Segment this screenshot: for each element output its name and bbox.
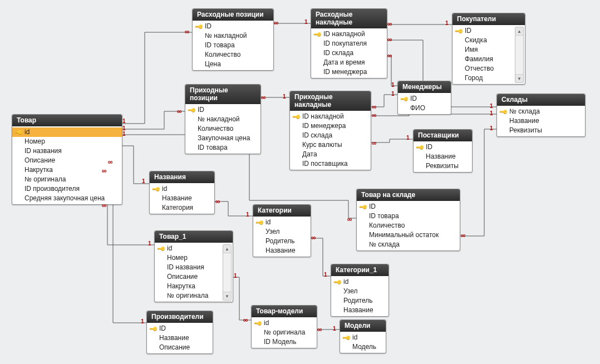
column-row[interactable]: № накладной (185, 115, 260, 124)
column-row[interactable]: ID склада (311, 48, 387, 58)
column-row[interactable]: Название (253, 246, 311, 255)
column-row[interactable]: 🔑ID накладной (290, 112, 371, 121)
column-row[interactable]: 🔑id (252, 318, 317, 328)
column-row[interactable]: Описание (155, 272, 224, 282)
scrollbar[interactable]: ▲▼ (515, 27, 524, 83)
column-row[interactable]: Количество (193, 50, 273, 60)
table-header[interactable]: Расходные позиции (193, 9, 273, 21)
column-row[interactable]: № накладной (193, 31, 273, 41)
column-row[interactable]: Закупочная цена (185, 134, 260, 143)
column-row[interactable]: ID названия (155, 263, 224, 272)
column-row[interactable]: Описание (147, 343, 213, 352)
table-header[interactable]: Производители (147, 311, 213, 323)
table-header[interactable]: Товар-модели (252, 306, 317, 317)
column-row[interactable]: ID покупателя (311, 39, 387, 48)
column-row[interactable]: 🔑id (12, 127, 122, 137)
column-row[interactable]: № оригинала (155, 291, 224, 301)
column-row[interactable]: Город (453, 73, 516, 83)
column-row[interactable]: Накрутка (12, 165, 122, 175)
column-row[interactable]: Минимальный остаток (357, 230, 460, 240)
column-row[interactable]: Дата и время (311, 58, 387, 67)
table-prih_nak[interactable]: Приходные накладные🔑ID накладнойID менед… (289, 91, 371, 170)
column-row[interactable]: 🔑ID (193, 22, 273, 31)
column-row[interactable]: Название (497, 116, 585, 126)
scroll-up-icon[interactable]: ▲ (515, 27, 523, 36)
table-header[interactable]: Категории_1 (331, 264, 388, 276)
column-row[interactable]: 🔑ID (453, 26, 516, 36)
column-row[interactable]: ID названия (12, 146, 122, 156)
column-row[interactable]: Название (331, 306, 388, 315)
table-header[interactable]: Товар на складе (357, 189, 460, 201)
table-header[interactable]: Товар_1 (155, 231, 233, 243)
column-row[interactable]: ID склада (290, 131, 371, 140)
table-header[interactable]: Товар (12, 115, 122, 126)
column-row[interactable]: Накрутка (155, 282, 224, 291)
column-row[interactable]: ID производителя (12, 184, 122, 194)
column-row[interactable]: 🔑№ склада (497, 107, 585, 116)
column-row[interactable]: 🔑id (331, 277, 388, 287)
column-row[interactable]: 🔑ID (147, 324, 213, 333)
column-row[interactable]: Реквизиты (414, 161, 472, 171)
column-row[interactable]: Номер (155, 253, 224, 263)
table-nazv[interactable]: Названия🔑idНазваниеКатегория (149, 171, 215, 214)
column-row[interactable]: Дата (290, 150, 371, 159)
column-row[interactable]: Родитель (331, 296, 388, 306)
column-row[interactable]: Категория (150, 203, 214, 213)
column-row[interactable]: 🔑ID (414, 142, 472, 152)
table-header[interactable]: Склады (497, 94, 585, 106)
table-proizv[interactable]: Производители🔑IDНазваниеОписание (146, 311, 213, 354)
column-row[interactable]: ID товара (193, 41, 273, 50)
table-header[interactable]: Поставщики (414, 130, 472, 141)
table-tovsklad[interactable]: Товар на складе🔑IDID товараКоличествоМин… (356, 189, 460, 251)
column-row[interactable]: ФИО (398, 104, 451, 113)
column-row[interactable]: ID Модель (252, 337, 317, 347)
table-modeli[interactable]: Модели🔑idМодель (340, 319, 386, 353)
column-row[interactable]: Название (150, 194, 214, 203)
column-row[interactable]: № склада (357, 240, 460, 249)
column-row[interactable]: № оригинала (252, 328, 317, 337)
table-kateg[interactable]: Категории🔑idУзелРодительНазвание (253, 204, 311, 257)
column-row[interactable]: Количество (357, 221, 460, 230)
scroll-down-icon[interactable]: ▼ (223, 292, 231, 300)
table-postav[interactable]: Поставщики🔑IDНазваниеРеквизиты (413, 129, 473, 173)
column-row[interactable]: Отчество (453, 64, 516, 73)
column-row[interactable]: Средняя закупочная цена (12, 194, 122, 203)
column-row[interactable]: Имя (453, 45, 516, 55)
table-header[interactable]: Приходные позиции (185, 85, 260, 104)
column-row[interactable]: 🔑id (155, 244, 224, 253)
column-row[interactable]: 🔑ID (185, 105, 260, 115)
column-row[interactable]: Название (147, 333, 213, 343)
column-row[interactable]: Курс валюты (290, 140, 371, 150)
table-rash_poz[interactable]: Расходные позиции🔑ID№ накладнойID товара… (192, 8, 274, 71)
table-prih_poz[interactable]: Приходные позиции🔑ID№ накладнойКоличеств… (185, 84, 261, 154)
column-row[interactable]: 🔑ID (357, 202, 460, 211)
scroll-down-icon[interactable]: ▼ (515, 74, 523, 82)
column-row[interactable]: ID товара (185, 143, 260, 153)
table-header[interactable]: Покупатели (453, 13, 525, 25)
table-header[interactable]: Расходные накладные (311, 9, 387, 28)
table-sklady[interactable]: Склады🔑№ складаНазваниеРеквизиты (496, 94, 586, 137)
column-row[interactable]: ID менеджера (311, 67, 387, 77)
table-header[interactable]: Модели (340, 320, 386, 332)
column-row[interactable]: Родитель (253, 237, 311, 246)
column-row[interactable]: Фамилия (453, 55, 516, 64)
column-row[interactable]: Название (414, 152, 472, 161)
table-managers[interactable]: Менеджеры🔑IDФИО (397, 81, 451, 115)
column-row[interactable]: Реквизиты (497, 126, 585, 135)
table-tovar1[interactable]: Товар_1🔑idНомерID названияОписаниеНакрут… (154, 230, 233, 302)
column-row[interactable]: 🔑id (253, 218, 311, 227)
scroll-up-icon[interactable]: ▲ (223, 245, 231, 253)
table-header[interactable]: Категории (253, 205, 311, 217)
column-row[interactable]: Количество (185, 124, 260, 134)
table-header[interactable]: Приходные накладные (290, 91, 371, 111)
column-row[interactable]: № оригинала (12, 175, 122, 184)
table-header[interactable]: Менеджеры (398, 81, 451, 93)
column-row[interactable]: Цена (193, 60, 273, 69)
column-row[interactable]: Номер (12, 137, 122, 146)
column-row[interactable]: Скидка (453, 36, 516, 45)
column-row[interactable]: ID товара (357, 211, 460, 221)
column-row[interactable]: 🔑id (150, 184, 214, 194)
column-row[interactable]: Узел (253, 227, 311, 237)
column-row[interactable]: 🔑ID (398, 94, 451, 104)
column-row[interactable]: 🔑ID накладной (311, 29, 387, 39)
